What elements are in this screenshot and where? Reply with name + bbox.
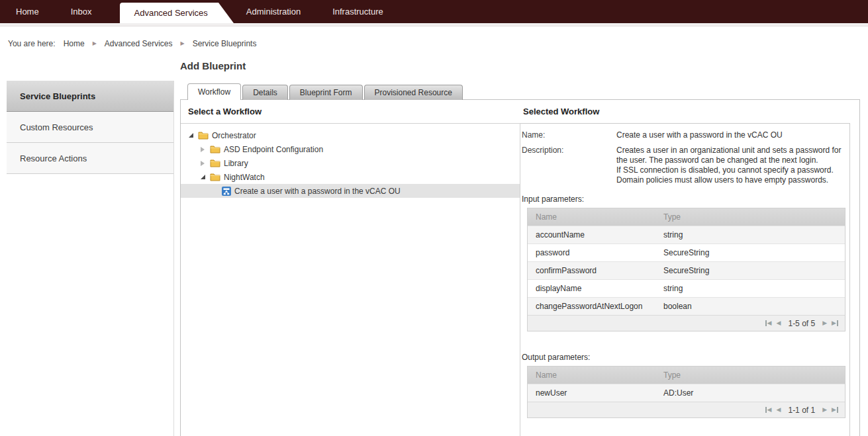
param-name-cell: newUser	[528, 388, 655, 398]
select-workflow-panel: Select a Workflow	[181, 100, 520, 436]
nav-divider-strip	[0, 23, 868, 26]
tab-label: Details	[253, 88, 277, 97]
nav-item[interactable]: Home	[0, 0, 55, 23]
sidebar-item-label: Custom Resources	[20, 122, 93, 132]
previous-page-icon[interactable]: ◀	[777, 407, 781, 413]
first-page-icon[interactable]: ◀	[765, 320, 772, 326]
description-label: Description:	[522, 146, 616, 185]
tree-node-label: ASD Endpoint Configuration	[224, 145, 323, 154]
breadcrumb-link[interactable]: Home	[64, 39, 85, 48]
sidebar-item[interactable]: Service Blueprints	[7, 81, 173, 112]
pagination-text: 1-5 of 5	[788, 319, 815, 328]
tree-node[interactable]: NightWatch	[181, 170, 520, 184]
input-table-pagination: ◀ ◀ 1-5 of 5 ▶ ▶	[528, 315, 845, 331]
next-page-icon[interactable]: ▶	[822, 407, 827, 413]
breadcrumb-item: Service Blueprints ▶	[193, 39, 257, 48]
tree-node-label: Create a user with a password in the vCA…	[234, 187, 401, 196]
table-row: password SecureString	[528, 243, 845, 261]
selected-workflow-panel: Selected Workflow Name: Create a user wi…	[520, 100, 859, 436]
table-row: changePasswordAtNextLogon boolean	[528, 297, 845, 315]
nav-item[interactable]: Advanced Services	[120, 3, 218, 23]
sidebar-item-label: Service Blueprints	[20, 91, 95, 101]
tree-node-label: Library	[224, 159, 248, 168]
tab-label: Blueprint Form	[300, 88, 352, 97]
output-parameters-table: Name Type newUser AD:User ◀ ◀ 1-1 of 1 ▶…	[527, 366, 845, 418]
tree-node-label: Orchestrator	[212, 131, 256, 140]
nav-item-label: Advanced Services	[134, 8, 208, 18]
param-type-cell: AD:User	[655, 388, 845, 398]
param-name-cell: changePasswordAtNextLogon	[528, 302, 655, 311]
selected-workflow-details: Name: Create a user with a password in t…	[520, 123, 850, 436]
tree-node[interactable]: ASD Endpoint Configuration	[181, 142, 520, 156]
param-type-cell: boolean	[655, 302, 845, 311]
workflow-tree: Orchestrator	[181, 123, 520, 436]
last-page-icon[interactable]: ▶	[832, 320, 838, 326]
sidebar-item[interactable]: Custom Resources	[7, 112, 173, 143]
tree-node[interactable]: Orchestrator	[181, 128, 520, 142]
input-parameters-label: Input parameters:	[522, 195, 849, 204]
expand-icon	[201, 147, 205, 152]
workflow-name-value: Create a user with a password in the vCA…	[616, 130, 783, 140]
param-type-cell: string	[655, 230, 845, 240]
output-parameters-label: Output parameters:	[522, 353, 849, 362]
tree-node[interactable]: Create a user with a password in the vCA…	[181, 184, 520, 198]
tab[interactable]: Workflow	[187, 83, 241, 100]
previous-page-icon[interactable]: ◀	[777, 320, 781, 326]
tree-node-label: NightWatch	[224, 173, 265, 182]
workflow-description-value: Creates a user in an organizational unit…	[616, 146, 842, 185]
param-name-cell: displayName	[528, 284, 655, 293]
tree-arrow-slot[interactable]	[201, 147, 210, 152]
tab[interactable]: Provisioned Resource	[364, 85, 463, 100]
sidebar-item[interactable]: Resource Actions	[7, 143, 173, 174]
column-header-name: Name	[528, 212, 655, 222]
breadcrumb-link[interactable]: Advanced Services	[105, 39, 173, 48]
nav-item[interactable]: Infrastructure	[316, 0, 399, 23]
tab-bar: Workflow Details Blueprint Form Provisio…	[187, 83, 463, 100]
param-name-cell: password	[528, 248, 655, 257]
folder-icon	[198, 131, 209, 140]
table-row: accountName string	[528, 226, 845, 243]
last-page-icon[interactable]: ▶	[832, 407, 838, 413]
sidebar-item-label: Resource Actions	[20, 153, 87, 163]
top-navigation: Home Inbox Advanced Services Administrat…	[0, 0, 868, 23]
breadcrumb-arrow-icon: ▶	[181, 40, 185, 46]
workflow-name-row: Name: Create a user with a password in t…	[522, 130, 849, 140]
output-table-header: Name Type	[528, 367, 845, 384]
tab[interactable]: Details	[242, 85, 288, 100]
nav-item-label: Infrastructure	[332, 7, 383, 17]
nav-item[interactable]: Inbox	[55, 0, 108, 23]
table-row: newUser AD:User	[528, 384, 845, 402]
folder-icon	[210, 145, 220, 153]
column-header-name: Name	[528, 371, 655, 380]
tree-node[interactable]: Library	[181, 156, 520, 170]
param-type-cell: SecureString	[655, 266, 845, 275]
breadcrumb-link[interactable]: Service Blueprints	[193, 39, 257, 48]
param-type-cell: string	[655, 284, 845, 293]
tab-label: Provisioned Resource	[375, 88, 452, 97]
tree-arrow-slot[interactable]	[201, 175, 210, 179]
param-name-cell: accountName	[528, 230, 655, 240]
tree-arrow-slot[interactable]	[189, 133, 198, 138]
param-type-cell: SecureString	[655, 248, 845, 257]
input-table-rows: accountName string password SecureString…	[528, 226, 845, 315]
tab[interactable]: Blueprint Form	[289, 85, 363, 100]
tree-arrow-slot[interactable]	[201, 161, 210, 166]
folder-icon	[210, 173, 220, 181]
next-page-icon[interactable]: ▶	[822, 320, 827, 326]
nav-item-label: Administration	[246, 7, 301, 17]
collapse-icon	[201, 175, 205, 179]
breadcrumb: You are here: Home ▶ Advanced Services ▶…	[8, 39, 256, 48]
table-row: displayName string	[528, 279, 845, 297]
collapse-icon	[189, 133, 193, 138]
first-page-icon[interactable]: ◀	[765, 407, 772, 413]
pagination-text: 1-1 of 1	[788, 406, 815, 415]
breadcrumb-item: Advanced Services ▶	[105, 39, 193, 48]
sidebar: Service Blueprints Custom Resources Reso…	[7, 81, 174, 436]
tab-label: Workflow	[198, 87, 230, 97]
breadcrumb-prefix: You are here:	[8, 39, 56, 48]
table-row: confirmPassword SecureString	[528, 261, 845, 279]
column-header-type: Type	[655, 212, 845, 222]
input-parameters-table: Name Type accountName string password Se…	[527, 208, 845, 331]
workflow-icon	[222, 187, 231, 196]
column-header-type: Type	[655, 371, 845, 380]
